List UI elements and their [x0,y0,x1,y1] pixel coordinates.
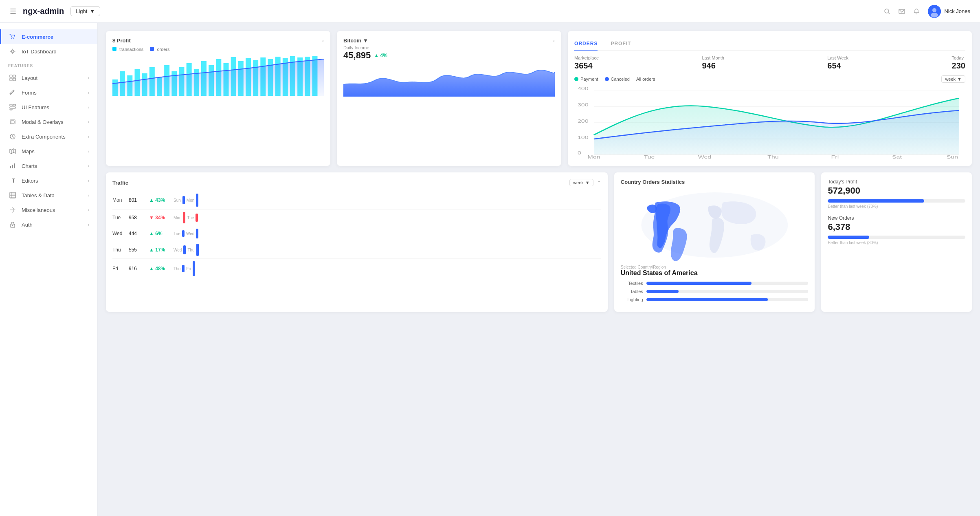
mini-bar [183,245,186,254]
mini-bar [193,261,195,276]
new-orders-better: Better than last week (30%) [828,240,965,245]
bitcoin-chart [343,64,555,97]
traffic-mini-cell: Tue Wed [174,226,601,241]
week-label: week [945,77,956,82]
stat-lastmonth: Last Month 946 [702,55,724,71]
svg-point-6 [11,38,12,39]
mini-label: Thu [187,248,194,252]
modal-arrow-icon: ‹ [88,120,89,124]
stat-marketplace-label: Marketplace [574,55,599,60]
sidebar-item-modal[interactable]: Modal & Overlays ‹ [0,115,97,129]
tables-arrow-icon: ‹ [88,193,89,198]
traffic-collapse-icon[interactable]: ⌃ [597,180,601,186]
extra-icon [9,133,18,140]
traffic-mini: Thu Fri [174,261,601,276]
traffic-title: Traffic [112,180,128,186]
traffic-mini: Mon Tue [174,212,601,223]
editors-icon: T [9,177,18,184]
sidebar-item-ui[interactable]: UI Features ‹ [0,100,97,115]
mail-icon[interactable] [899,8,905,15]
auth-arrow-icon: ‹ [88,223,89,227]
stat-lastweek-label: Last Week [827,55,848,60]
hamburger-icon[interactable]: ☰ [10,7,16,16]
bell-icon[interactable] [913,8,920,15]
sidebar-label-modal: Modal & Overlays [22,119,84,125]
sidebar-item-layout[interactable]: Layout ‹ [0,71,97,85]
stat-lastweek: Last Week 654 [827,55,848,71]
orders-legend: Payment Canceled All orders week ▼ [574,75,965,83]
bitcoin-header: Bitcoin ▼ › [343,37,555,44]
sidebar-item-ecommerce[interactable]: E-commerce [0,29,97,44]
ecommerce-icon [9,33,18,40]
sidebar-item-maps[interactable]: Maps ‹ [0,144,97,159]
layout-arrow-icon: ‹ [88,76,89,80]
svg-text:Fri: Fri [831,155,839,159]
svg-rect-25 [14,163,15,168]
tab-profit[interactable]: PROFIT [611,37,631,51]
sidebar-item-extra[interactable]: Extra Components ‹ [0,129,97,144]
tables-bar-fill [646,290,679,293]
sidebar-label-ecommerce: E-commerce [22,34,89,40]
week-dropdown-icon: ▼ [957,77,962,82]
bitcoin-title: Bitcoin ▼ [343,37,368,44]
bitcoin-dropdown-icon[interactable]: ▼ [363,37,368,44]
orders-chart: 400 300 200 100 0 [574,86,965,159]
sidebar-label-maps: Maps [22,148,84,154]
tab-orders[interactable]: ORDERS [574,37,598,51]
all-orders-label: All orders [636,77,655,82]
lighting-bar-fill [646,298,768,301]
country-label: Selected Country/Region [621,265,809,269]
orders-dot [150,47,154,51]
layout-icon [9,75,18,81]
sidebar-item-misc[interactable]: Miscellaneous ‹ [0,203,97,217]
svg-line-1 [888,12,890,14]
table-row: Fri 916 ▲ 48% Thu Fri [112,259,601,279]
svg-rect-16 [10,109,12,110]
bitcoin-nav-icon[interactable]: › [553,37,555,44]
sidebar-item-charts[interactable]: Charts ‹ [0,159,97,173]
sidebar-item-tables[interactable]: Tables & Data ‹ [0,188,97,203]
tables-row: Tables [621,289,809,294]
svg-rect-24 [12,165,13,168]
mini-bar [182,265,185,272]
traffic-num: 958 [129,209,149,226]
sidebar-item-forms[interactable]: Forms ‹ [0,85,97,100]
svg-rect-11 [10,78,12,81]
svg-rect-15 [10,107,15,108]
search-icon[interactable] [884,8,890,15]
new-orders-bar-bg [828,236,965,239]
profit-legend: transactions orders [112,47,324,52]
map-title: Country Orders Statistics [621,179,809,185]
bottom-section: Traffic week ▼ ⌃ Mon 801 [106,172,972,312]
todays-profit-better: Better than last week (70%) [828,204,965,209]
todays-profit-value: 572,900 [828,185,965,196]
income-change: ▲ 4% [374,53,387,58]
daily-income-value: 45,895 [343,50,371,61]
sidebar-label-layout: Layout [22,75,84,81]
theme-arrow-icon: ▼ [90,8,95,14]
theme-label: Light [76,8,87,14]
forms-icon [9,89,18,96]
forms-arrow-icon: ‹ [88,90,89,95]
profit-arrow-icon[interactable]: › [322,37,324,44]
theme-selector[interactable]: Light ▼ [70,6,100,16]
world-map [621,188,809,262]
app-body: E-commerce IoT Dashboard FEATURES Layout… [0,23,980,516]
traffic-mini-cell: Mon Tue [174,209,601,226]
country-name: United States of America [621,269,809,277]
todays-profit-bar-bg [828,199,965,203]
traffic-day: Thu [112,241,129,259]
profit-card-title: $ Profit [112,37,131,44]
svg-point-7 [13,38,14,39]
extra-arrow-icon: ‹ [88,135,89,139]
traffic-pct: ▲ 43% [149,191,174,209]
sidebar-label-editors: Editors [22,178,84,184]
user-info[interactable]: Nick Jones [928,5,970,18]
traffic-period[interactable]: week ▼ [569,179,593,186]
bitcoin-card: Bitcoin ▼ › Daily Income 45,895 ▲ 4% [337,31,561,166]
sidebar-item-iot[interactable]: IoT Dashboard [0,44,97,59]
svg-point-32 [12,225,13,226]
sidebar-item-editors[interactable]: T Editors ‹ [0,173,97,188]
week-selector[interactable]: week ▼ [941,75,965,83]
sidebar-item-auth[interactable]: Auth ‹ [0,217,97,232]
